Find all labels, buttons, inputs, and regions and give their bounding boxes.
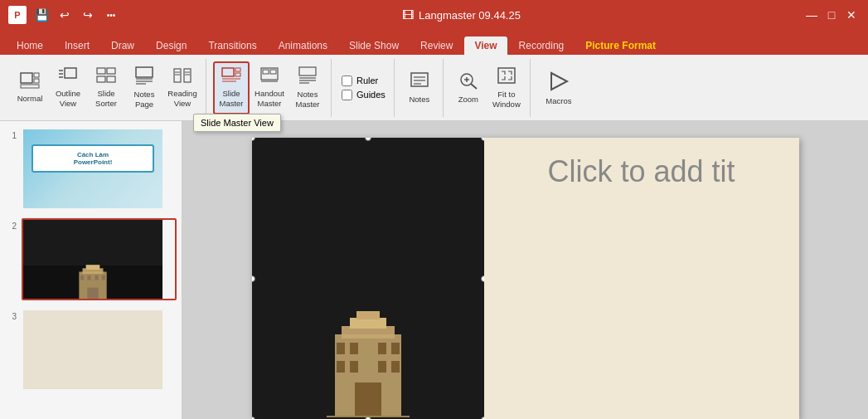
svg-rect-58 [350,343,358,354]
app-logo: P [8,6,27,24]
presentation-views-group: Normal Outline View Slide Sorter Notes P… [7,59,206,117]
svg-rect-28 [263,70,269,74]
notes-icon [410,71,429,92]
guides-checkbox[interactable]: Guides [342,90,386,100]
svg-rect-65 [355,382,381,417]
slide-num-3: 3 [5,309,17,321]
minimize-icon[interactable]: — [803,7,820,23]
tab-review[interactable]: Review [410,37,463,55]
slide-thumb-3[interactable]: 3 [3,307,178,392]
svg-rect-16 [174,69,181,82]
tab-draw[interactable]: Draw [101,37,144,55]
svg-rect-59 [378,343,386,354]
notes-group: Notes [396,59,444,117]
canvas-slide-left[interactable]: ↺ [252,138,484,419]
svg-rect-8 [97,68,105,74]
macros-icon [547,70,570,94]
slide-num-1: 1 [5,128,17,140]
svg-rect-57 [337,343,345,354]
outline-view-button[interactable]: Outline View [50,61,86,114]
zoom-button[interactable]: Zoom [450,61,487,114]
svg-rect-64 [391,361,400,373]
tab-transitions[interactable]: Transitions [198,37,266,55]
svg-rect-50 [95,275,99,280]
svg-line-40 [471,84,477,89]
click-to-add-title[interactable]: Click to add tit [547,154,735,189]
maximize-icon[interactable]: □ [823,7,840,23]
guides-input[interactable] [342,90,352,100]
notes-page-icon [134,66,154,87]
zoom-label: Zoom [458,95,478,104]
fit-to-window-button[interactable]: Fit to Window [488,61,525,114]
notes-button[interactable]: Notes [401,61,438,114]
slide-canvas[interactable]: ↺ [252,138,799,419]
svg-marker-44 [551,73,567,90]
slide-sorter-button[interactable]: Slide Sorter [88,61,124,114]
notes-page-button[interactable]: Notes Page [126,61,162,114]
notes-page-label: Notes Page [129,90,160,109]
slide-image-2[interactable] [22,218,177,300]
slide-image-3[interactable] [22,309,177,391]
svg-rect-61 [337,361,345,373]
normal-button[interactable]: Normal [12,61,48,114]
ruler-input[interactable] [342,76,352,86]
tab-animations[interactable]: Animations [269,37,337,55]
normal-label: Normal [17,94,43,103]
tab-recording[interactable]: Recording [509,37,575,55]
svg-rect-12 [136,67,153,77]
fit-to-window-label: Fit to Window [491,90,522,109]
tab-slideshow[interactable]: Slide Show [339,37,409,55]
show-checkboxes: Ruler Guides [338,61,389,114]
ruler-checkbox[interactable]: Ruler [342,76,386,86]
undo-icon[interactable]: ↩ [56,7,73,23]
ribbon-tabs: Home Insert Draw Design Transitions Anim… [0,30,868,55]
slide-num-2: 2 [5,218,17,231]
svg-rect-43 [498,68,515,83]
tab-view[interactable]: View [464,37,507,55]
svg-rect-60 [391,343,400,354]
handle-tl[interactable] [252,138,255,141]
tab-insert[interactable]: Insert [55,37,99,55]
slide-panel: 1 Cách Làm PowerPoint! 2 [0,121,182,419]
ruler-label: Ruler [356,76,378,85]
notes-master-icon [298,66,318,87]
svg-rect-52 [87,288,98,299]
outline-label: Outline View [52,89,84,108]
redo-icon[interactable]: ↪ [80,7,96,23]
svg-rect-9 [107,68,115,74]
close-icon[interactable]: ✕ [843,7,860,23]
notes-master-button[interactable]: Notes Master [289,61,326,114]
handle-tr[interactable] [481,138,484,141]
save-icon[interactable]: 💾 [33,7,50,23]
svg-rect-10 [97,76,105,82]
svg-rect-47 [86,265,100,270]
tab-picture-format[interactable]: Picture Format [575,37,666,55]
zoom-group: Zoom Fit to Window [445,59,531,117]
slide-image-1[interactable]: Cách Làm PowerPoint! [22,128,177,210]
tab-home[interactable]: Home [7,37,53,55]
handout-master-button[interactable]: Handout Master [251,61,288,114]
reading-icon [172,67,192,86]
slide-master-button[interactable]: Slide Master [213,61,250,114]
handle-left-center[interactable] [252,275,255,282]
svg-rect-4 [65,68,76,78]
slide-2-overlay [23,266,162,299]
handle-top-center[interactable] [365,138,371,141]
reading-view-button[interactable]: Reading View [164,61,201,114]
tab-design[interactable]: Design [146,37,196,55]
slide-thumb-1[interactable]: 1 Cách Làm PowerPoint! [3,126,178,212]
svg-rect-29 [270,70,276,74]
outline-icon [58,67,78,86]
slide-thumb-2[interactable]: 2 [3,217,178,302]
slide-1-content: Cách Làm PowerPoint! [23,129,162,208]
macros-button[interactable]: Macros [537,61,580,114]
show-group: Ruler Guides [333,59,395,117]
slide-3-content [23,310,162,389]
app-title: 🎞 Langmaster 09.44.25 [402,8,521,22]
reading-view-label: Reading View [167,89,198,108]
handle-right-center[interactable] [481,275,484,282]
canvas-slide-right[interactable]: Click to add tit [484,138,799,419]
more-icon[interactable]: ••• [103,7,119,23]
svg-rect-62 [350,361,358,373]
ribbon: Normal Outline View Slide Sorter Notes P… [0,55,868,121]
